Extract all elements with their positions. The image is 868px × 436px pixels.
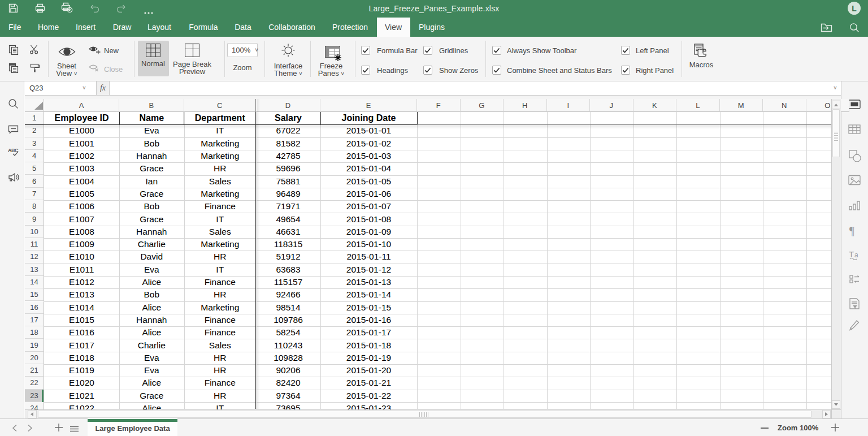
- svg-text:¶: ¶: [849, 225, 854, 237]
- svg-text:T: T: [849, 249, 854, 259]
- svg-text:a: a: [854, 251, 858, 259]
